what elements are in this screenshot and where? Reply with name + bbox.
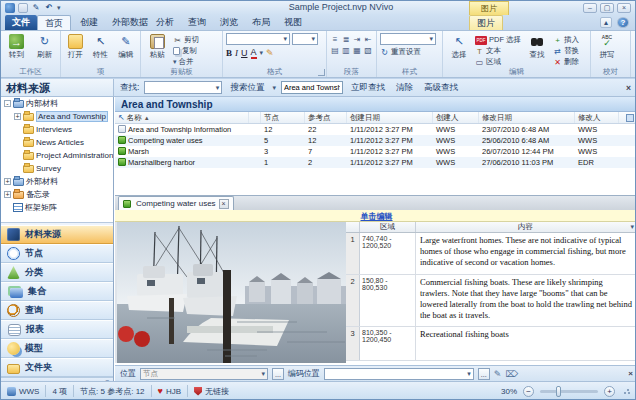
column-header-modified-by[interactable]: 修改人 <box>575 112 619 123</box>
save-icon[interactable] <box>18 3 28 13</box>
bold-button[interactable]: B <box>226 48 232 58</box>
format-dialog-launcher-icon[interactable] <box>318 69 325 76</box>
tree-item-interviews[interactable]: Interviews <box>1 123 113 136</box>
column-header-created-by[interactable]: 创建人 <box>433 112 479 123</box>
align-center-button[interactable]: ▥ <box>341 46 351 56</box>
click-to-edit-link[interactable]: 单击编辑 <box>361 212 393 221</box>
nav-button-classifications[interactable]: 分类 <box>1 263 113 282</box>
font-color-button[interactable]: A <box>251 47 257 59</box>
zoom-slider-knob[interactable] <box>556 386 561 397</box>
close-find-bar-icon[interactable]: × <box>626 83 631 93</box>
close-tab-icon[interactable]: × <box>219 199 229 209</box>
nav-button-sources[interactable]: 材料来源 <box>1 225 113 244</box>
outdent-button[interactable]: ⇤ <box>363 35 373 45</box>
tab-analyze[interactable]: 分析 <box>149 15 181 30</box>
expander-icon[interactable]: + <box>14 113 21 120</box>
find-combo[interactable]: ▾ <box>144 81 222 94</box>
highlight-button[interactable]: ✎ <box>266 48 274 58</box>
search-input[interactable] <box>281 81 343 94</box>
tree-item-area-and-township[interactable]: + Area and Township <box>1 110 113 123</box>
align-left-button[interactable]: ▤ <box>330 46 340 56</box>
tree-item-externals[interactable]: + 外部材料 <box>1 175 113 188</box>
column-header-created[interactable]: 创建日期 <box>347 112 433 123</box>
detail-tab-competing-water-uses[interactable]: Competing water uses × <box>118 196 234 210</box>
search-in-button[interactable]: 搜索位置 <box>227 81 267 94</box>
table-row[interactable]: Marshallberg harbor 1 2 1/11/2012 3:27 P… <box>115 157 636 168</box>
underline-button[interactable]: U <box>241 48 248 58</box>
select-button[interactable]: ↖ 选择 <box>446 33 472 66</box>
tab-explore[interactable]: 浏览 <box>213 15 245 30</box>
tree-item-news-articles[interactable]: News Articles <box>1 136 113 149</box>
chevron-down-icon[interactable]: ▾ <box>260 50 264 56</box>
column-header-nodes[interactable]: 节点 <box>261 112 305 123</box>
find-button[interactable]: 查找 <box>524 33 550 66</box>
font-name-combo[interactable]: ▾ <box>226 33 290 45</box>
zoom-slider[interactable] <box>540 390 598 393</box>
spelling-button[interactable]: ABC✓ 拼写 <box>594 33 620 66</box>
insert-button[interactable]: + 插入 <box>553 35 579 45</box>
merge-button[interactable]: ▾ 合并 <box>173 57 199 67</box>
help-icon[interactable]: ? <box>617 17 629 28</box>
column-header-refs[interactable]: 参考点 <box>305 112 347 123</box>
tab-query[interactable]: 查询 <box>181 15 213 30</box>
table-row[interactable]: Competing water uses 5 12 1/11/2012 3:27… <box>115 135 636 146</box>
tab-file[interactable]: 文件 <box>5 15 37 30</box>
tree-item-memos[interactable]: + 备忘录 <box>1 188 113 201</box>
region-row[interactable]: 1 740,740 - 1200,520 Large waterfront ho… <box>346 233 636 275</box>
region-row[interactable]: 3 810,350 - 1200,450 Recreational fishin… <box>346 327 636 361</box>
uncode-icon[interactable]: ⌦ <box>505 369 518 379</box>
tab-view[interactable]: 视图 <box>277 15 309 30</box>
table-row[interactable]: Area and Township Information 12 22 1/11… <box>115 124 636 135</box>
tab-picture[interactable]: 图片 <box>469 15 503 30</box>
italic-button[interactable]: I <box>235 48 238 58</box>
nav-button-reports[interactable]: 报表 <box>1 320 113 339</box>
tab-create[interactable]: 创建 <box>73 15 105 30</box>
code-icon[interactable]: ✎ <box>494 369 502 379</box>
nav-button-queries[interactable]: 查询 <box>1 301 113 320</box>
bullet-list-button[interactable]: ≡ <box>330 35 340 45</box>
nav-button-collections[interactable]: 集合 <box>1 282 113 301</box>
go-button[interactable]: → 转到 <box>4 33 29 66</box>
expander-icon[interactable]: + <box>4 178 11 185</box>
numbered-list-button[interactable]: ≣ <box>341 35 351 45</box>
tree-item-survey[interactable]: Survey <box>1 162 113 175</box>
properties-button[interactable]: ↖ 特性 <box>89 33 111 66</box>
clear-button[interactable]: 清除 <box>393 81 416 94</box>
qat-dropdown-icon[interactable]: ▾ <box>57 5 61 11</box>
region-selection-button[interactable]: ▭ 区域 <box>475 57 521 67</box>
tree-item-framework-matrices[interactable]: 框架矩阵 <box>1 201 113 214</box>
close-button[interactable]: × <box>617 3 631 13</box>
maximize-button[interactable]: ▢ <box>600 3 614 13</box>
filter-icon[interactable]: ▾ <box>630 224 634 230</box>
pdf-selection-button[interactable]: PDF PDF 选择 <box>475 35 521 45</box>
zoom-in-button[interactable]: + <box>604 386 615 397</box>
cut-button[interactable]: ✂ 剪切 <box>173 35 199 45</box>
region-column-header[interactable]: 区域 <box>360 222 416 232</box>
minimize-button[interactable]: – <box>583 3 597 13</box>
font-size-combo[interactable]: ▾ <box>292 33 318 45</box>
column-header-icon[interactable] <box>249 112 261 123</box>
tab-external-data[interactable]: 外部数据 <box>105 15 155 30</box>
app-icon[interactable] <box>5 3 15 13</box>
table-row[interactable]: Marsh 3 7 1/11/2012 3:27 PM WWS 26/07/20… <box>115 146 636 157</box>
content-column-header[interactable]: 内容 ▾ <box>416 222 636 232</box>
nav-button-folders[interactable]: 文件夹 <box>1 358 113 377</box>
copy-button[interactable]: 复制 <box>173 46 199 56</box>
expander-icon[interactable]: + <box>4 191 11 198</box>
column-header-modified[interactable]: 修改日期 <box>479 112 575 123</box>
close-code-bar-icon[interactable]: × <box>628 369 633 378</box>
region-row[interactable]: 2 150,80 - 800,530 Commercial fishing bo… <box>346 275 636 327</box>
search-in-dropdown-icon[interactable]: ▾ <box>272 85 276 91</box>
nav-button-nodes[interactable]: 节点 <box>1 244 113 263</box>
column-header-name[interactable]: ↖ 名称 ▲ <box>115 112 249 123</box>
collapse-ribbon-icon[interactable]: ▴ <box>600 17 612 28</box>
open-button[interactable]: 打开 <box>64 33 86 66</box>
advanced-find-button[interactable]: 高级查找 <box>421 81 461 94</box>
nav-button-models[interactable]: 模型 <box>1 339 113 358</box>
tree-item-internals[interactable]: - 内部材料 <box>1 97 113 110</box>
code-at-combo[interactable]: ▾ <box>324 368 474 380</box>
resize-grip[interactable] <box>623 387 631 395</box>
code-in-combo[interactable]: 节点 ▾ <box>140 368 268 380</box>
find-now-button[interactable]: 立即查找 <box>348 81 388 94</box>
expander-icon[interactable]: - <box>4 100 11 107</box>
